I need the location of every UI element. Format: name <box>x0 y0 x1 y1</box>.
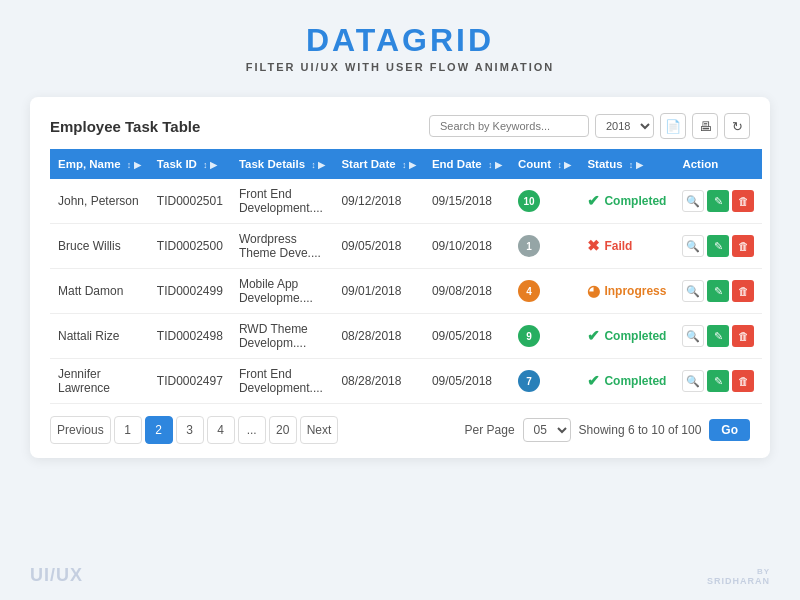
per-page-select[interactable]: 05 10 20 <box>523 418 571 442</box>
refresh-icon-button[interactable]: ↻ <box>724 113 750 139</box>
cell-start-date: 08/28/2018 <box>333 314 424 359</box>
cell-start-date: 09/12/2018 <box>333 179 424 224</box>
export-icon-button[interactable]: 📄 <box>660 113 686 139</box>
table-row: Bruce Willis TID0002500 Wordpress Theme … <box>50 224 762 269</box>
cell-start-date: 08/28/2018 <box>333 359 424 404</box>
sort-icon-count[interactable]: ↕ ▶ <box>557 160 571 170</box>
edit-action-button[interactable]: ✎ <box>707 325 729 347</box>
cell-task-details: Wordpress Theme Deve.... <box>231 224 333 269</box>
cell-count: 9 <box>510 314 579 359</box>
year-select[interactable]: 2018 2019 2020 <box>595 114 654 138</box>
cell-emp-name: Nattali Rize <box>50 314 149 359</box>
cell-end-date: 09/15/2018 <box>424 179 510 224</box>
page-button-4[interactable]: 4 <box>207 416 235 444</box>
search-action-button[interactable]: 🔍 <box>682 235 704 257</box>
page-button-20[interactable]: 20 <box>269 416 297 444</box>
table-row: John, Peterson TID0002501 Front End Deve… <box>50 179 762 224</box>
cell-count: 1 <box>510 224 579 269</box>
delete-action-button[interactable]: 🗑 <box>732 370 754 392</box>
cell-task-details: Front End Development.... <box>231 359 333 404</box>
page-button-2[interactable]: 2 <box>145 416 173 444</box>
cell-status: ✖ Faild <box>579 224 674 269</box>
cell-action: 🔍 ✎ 🗑 <box>674 269 762 314</box>
sort-icon-status[interactable]: ↕ ▶ <box>629 160 643 170</box>
action-cell: 🔍 ✎ 🗑 <box>682 235 754 257</box>
edit-action-button[interactable]: ✎ <box>707 235 729 257</box>
col-task-details: Task Details ↕ ▶ <box>231 149 333 179</box>
status-label: Completed <box>604 374 666 388</box>
sort-icon-emp[interactable]: ↕ ▶ <box>127 160 141 170</box>
col-action: Action <box>674 149 762 179</box>
count-badge: 9 <box>518 325 540 347</box>
delete-action-button[interactable]: 🗑 <box>732 280 754 302</box>
cell-task-id: TID0002499 <box>149 269 231 314</box>
edit-action-button[interactable]: ✎ <box>707 190 729 212</box>
footer-credit: BY SRIDHARAN <box>707 567 770 586</box>
action-cell: 🔍 ✎ 🗑 <box>682 325 754 347</box>
delete-action-button[interactable]: 🗑 <box>732 190 754 212</box>
cell-status: ◕ Inprogress <box>579 269 674 314</box>
cell-action: 🔍 ✎ 🗑 <box>674 179 762 224</box>
col-status: Status ↕ ▶ <box>579 149 674 179</box>
cell-task-details: Mobile App Developme.... <box>231 269 333 314</box>
status-cell: ◕ Inprogress <box>587 282 666 300</box>
table-row: Matt Damon TID0002499 Mobile App Develop… <box>50 269 762 314</box>
cell-end-date: 09/05/2018 <box>424 359 510 404</box>
delete-action-button[interactable]: 🗑 <box>732 325 754 347</box>
cell-emp-name: John, Peterson <box>50 179 149 224</box>
search-action-button[interactable]: 🔍 <box>682 325 704 347</box>
cell-start-date: 09/01/2018 <box>333 269 424 314</box>
page-button-3[interactable]: 3 <box>176 416 204 444</box>
cell-count: 7 <box>510 359 579 404</box>
search-action-button[interactable]: 🔍 <box>682 190 704 212</box>
action-cell: 🔍 ✎ 🗑 <box>682 190 754 212</box>
search-input[interactable] <box>429 115 589 137</box>
footer-name: SRIDHARAN <box>707 576 770 586</box>
edit-action-button[interactable]: ✎ <box>707 280 729 302</box>
status-cell: ✔ Completed <box>587 327 666 345</box>
table-title: Employee Task Table <box>50 118 200 135</box>
count-badge: 7 <box>518 370 540 392</box>
cell-status: ✔ Completed <box>579 314 674 359</box>
next-button[interactable]: Next <box>300 416 339 444</box>
cell-emp-name: Bruce Willis <box>50 224 149 269</box>
cell-end-date: 09/05/2018 <box>424 314 510 359</box>
showing-label: Showing 6 to 10 of 100 <box>579 423 702 437</box>
cell-task-details: Front End Development.... <box>231 179 333 224</box>
header: DATAGRID FILTER UI/UX WITH USER FLOW ANI… <box>246 0 554 83</box>
col-end-date: End Date ↕ ▶ <box>424 149 510 179</box>
sort-icon-taskid[interactable]: ↕ ▶ <box>203 160 217 170</box>
cell-emp-name: Matt Damon <box>50 269 149 314</box>
table-row: Jennifer Lawrence TID0002497 Front End D… <box>50 359 762 404</box>
main-card: Employee Task Table 2018 2019 2020 📄 🖶 ↻… <box>30 97 770 458</box>
status-label: Faild <box>604 239 632 253</box>
go-button[interactable]: Go <box>709 419 750 441</box>
pagination-right: Per Page 05 10 20 Showing 6 to 10 of 100… <box>465 418 750 442</box>
data-table: Emp, Name ↕ ▶ Task ID ↕ ▶ Task Details ↕… <box>50 149 762 404</box>
action-cell: 🔍 ✎ 🗑 <box>682 370 754 392</box>
sort-icon-end[interactable]: ↕ ▶ <box>488 160 502 170</box>
col-start-date: Start Date ↕ ▶ <box>333 149 424 179</box>
cell-start-date: 09/05/2018 <box>333 224 424 269</box>
delete-action-button[interactable]: 🗑 <box>732 235 754 257</box>
col-task-id: Task ID ↕ ▶ <box>149 149 231 179</box>
status-cell: ✔ Completed <box>587 372 666 390</box>
search-action-button[interactable]: 🔍 <box>682 370 704 392</box>
cell-end-date: 09/08/2018 <box>424 269 510 314</box>
search-action-button[interactable]: 🔍 <box>682 280 704 302</box>
previous-button[interactable]: Previous <box>50 416 111 444</box>
cell-action: 🔍 ✎ 🗑 <box>674 224 762 269</box>
sort-icon-details[interactable]: ↕ ▶ <box>311 160 325 170</box>
page-subtitle: FILTER UI/UX WITH USER FLOW ANIMATION <box>246 61 554 73</box>
cell-count: 4 <box>510 269 579 314</box>
print-icon-button[interactable]: 🖶 <box>692 113 718 139</box>
cell-status: ✔ Completed <box>579 179 674 224</box>
sort-icon-start[interactable]: ↕ ▶ <box>402 160 416 170</box>
cell-task-details: RWD Theme Developm.... <box>231 314 333 359</box>
table-controls: 2018 2019 2020 📄 🖶 ↻ <box>429 113 750 139</box>
edit-action-button[interactable]: ✎ <box>707 370 729 392</box>
page-button-1[interactable]: 1 <box>114 416 142 444</box>
page-title: DATAGRID <box>246 22 554 59</box>
footer-brand: UI/UX <box>30 565 83 586</box>
cell-count: 10 <box>510 179 579 224</box>
